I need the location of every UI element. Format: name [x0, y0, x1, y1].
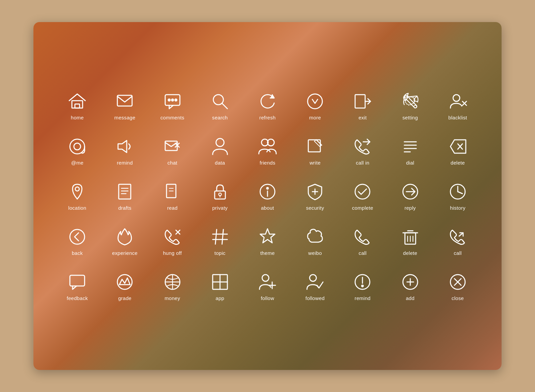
location-label: location	[68, 205, 86, 211]
remind-icon-item[interactable]: remind	[101, 128, 148, 174]
delete-icon	[448, 136, 468, 157]
message-label: message	[114, 115, 135, 120]
weibo-icon-item[interactable]: weibo	[291, 219, 339, 264]
svg-line-63	[215, 229, 217, 244]
atme-icon-item[interactable]: @me	[54, 128, 101, 174]
grade-icon	[115, 272, 135, 292]
privaty-icon	[210, 182, 230, 202]
svg-marker-20	[118, 140, 127, 153]
grade-icon-item[interactable]: grade	[101, 264, 148, 309]
money-icon-item[interactable]: money	[148, 264, 196, 309]
about-icon	[257, 182, 278, 202]
svg-point-76	[117, 275, 132, 289]
add-icon-item[interactable]: add	[387, 264, 434, 309]
close-icon-item[interactable]: close	[434, 264, 481, 309]
svg-line-59	[458, 192, 462, 194]
follow-label: follow	[261, 295, 274, 301]
callin-icon-item[interactable]: call in	[339, 128, 386, 174]
chat-icon-item[interactable]: chat	[148, 128, 196, 174]
app-label: app	[216, 295, 224, 301]
blacklist-icon-item[interactable]: blacklist	[434, 83, 481, 128]
location-icon-item[interactable]: location	[54, 174, 101, 219]
svg-rect-21	[165, 141, 177, 151]
more-icon	[305, 91, 325, 111]
topic-icon	[210, 227, 230, 247]
reply-icon-item[interactable]: reply	[387, 174, 434, 219]
dial-icon-item[interactable]: dial	[387, 128, 434, 174]
feedback-label: feedback	[67, 295, 88, 301]
refresh-icon-item[interactable]: refresh	[244, 83, 291, 128]
hungoff-icon	[163, 227, 183, 247]
exit-icon	[352, 91, 372, 111]
svg-rect-39	[119, 184, 131, 199]
more-icon-item[interactable]: more	[291, 83, 339, 128]
complete-label: complete	[352, 205, 373, 211]
followed-icon-item[interactable]: followed	[291, 264, 339, 309]
money-icon	[163, 272, 183, 292]
dial-icon	[400, 136, 420, 157]
comments-icon	[163, 91, 183, 111]
call-label: call	[359, 250, 367, 256]
history-icon	[448, 182, 468, 202]
call-icon	[352, 227, 372, 247]
home-icon-item[interactable]: home	[54, 83, 101, 128]
exit-icon-item[interactable]: exit	[339, 83, 386, 128]
setting-label: setting	[403, 115, 418, 120]
setting-icon-item[interactable]: setting	[387, 83, 434, 128]
delete-icon-item[interactable]: delete	[434, 128, 481, 174]
feedback-icon-item[interactable]: feedback	[54, 264, 101, 309]
add-icon	[400, 272, 420, 292]
history-icon-item[interactable]: history	[434, 174, 481, 219]
dial-label: dial	[406, 160, 414, 166]
comments-label: comments	[160, 115, 185, 120]
back-icon-item[interactable]: back	[54, 219, 101, 264]
svg-rect-2	[117, 95, 132, 106]
svg-marker-67	[260, 229, 275, 243]
hungoff-icon-item[interactable]: hung off	[148, 219, 196, 264]
refresh-icon	[257, 91, 278, 111]
app-icon-item[interactable]: app	[196, 264, 244, 309]
read-icon-item[interactable]: read	[148, 174, 196, 219]
complete-icon-item[interactable]: complete	[339, 174, 386, 219]
more-label: more	[309, 115, 321, 120]
callin-icon	[352, 136, 372, 157]
icon-card: home message co	[33, 22, 502, 370]
search-label: search	[212, 115, 228, 120]
remind-label: remind	[117, 160, 133, 166]
svg-point-84	[262, 275, 269, 281]
svg-rect-46	[215, 191, 225, 199]
about-icon-item[interactable]: about	[244, 174, 291, 219]
message-icon-item[interactable]: message	[101, 83, 148, 128]
remind2-icon-item[interactable]: remind	[339, 264, 386, 309]
write-icon	[305, 136, 325, 157]
comments-icon-item[interactable]: comments	[148, 83, 196, 128]
theme-icon-item[interactable]: theme	[244, 219, 291, 264]
call2-icon-item[interactable]: call	[434, 219, 481, 264]
data-icon-item[interactable]: data	[196, 128, 244, 174]
follow-icon-item[interactable]: follow	[244, 264, 291, 309]
security-icon	[305, 182, 325, 202]
add-label: add	[406, 295, 415, 301]
svg-point-24	[216, 138, 224, 146]
drafts-icon-item[interactable]: drafts	[101, 174, 148, 219]
call-icon-item[interactable]: call	[339, 219, 386, 264]
delete-label: delete	[451, 160, 465, 166]
delete2-icon-item[interactable]: delete	[387, 219, 434, 264]
svg-point-87	[310, 275, 316, 281]
call2-label: call	[454, 250, 462, 256]
drafts-icon	[115, 182, 135, 202]
experience-label: experience	[112, 250, 137, 256]
search-icon-item[interactable]: search	[196, 83, 244, 128]
experience-icon-item[interactable]: experience	[101, 219, 148, 264]
security-icon-item[interactable]: security	[291, 174, 339, 219]
friends-icon-item[interactable]: friends	[244, 128, 291, 174]
write-label: write	[310, 160, 321, 166]
privaty-icon-item[interactable]: privaty	[196, 174, 244, 219]
svg-point-17	[70, 139, 85, 154]
followed-label: followed	[306, 295, 325, 301]
history-label: history	[450, 205, 465, 211]
write-icon-item[interactable]: write	[291, 128, 339, 174]
topic-icon-item[interactable]: topic	[196, 219, 244, 264]
svg-rect-1	[75, 104, 80, 108]
setting-icon	[400, 91, 420, 111]
